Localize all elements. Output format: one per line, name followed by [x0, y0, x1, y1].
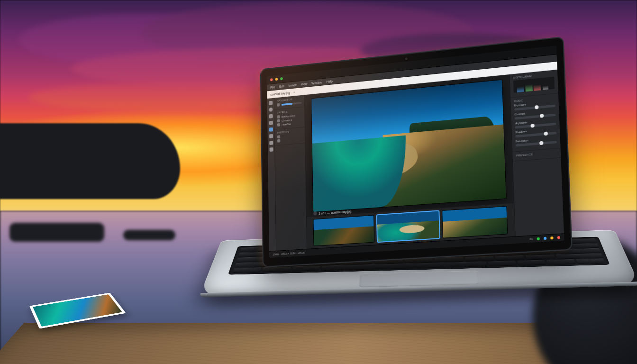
status-left-label: 100% · 4032 × 3024 · sRGB — [273, 251, 305, 256]
document-tab-label[interactable]: coastal-bay.jpg — [271, 91, 290, 96]
canvas-area: 1 of 3 — coastal-bay.jpg — [305, 74, 515, 249]
close-window-icon[interactable] — [270, 78, 273, 81]
slider-label: Exposure — [514, 103, 527, 107]
slider-row: Highlights — [515, 118, 556, 129]
slider-label: Contrast — [514, 112, 525, 116]
laptop: ◐ ZEPHBOOK File Edit Imag — [217, 43, 618, 356]
status-zoom-label[interactable]: Fit — [530, 237, 533, 241]
main-photo-canvas[interactable] — [311, 80, 506, 212]
eyedropper-tool-icon[interactable] — [269, 127, 273, 132]
basic-adjustments-section: Basic Exposure Contrast Highlights — [510, 93, 560, 152]
tray-dot-icon[interactable] — [557, 236, 560, 239]
slider-row: Saturation — [515, 136, 557, 146]
close-tab-icon[interactable]: × — [293, 90, 295, 94]
slider-label: Saturation — [515, 139, 528, 143]
layer-thumb-icon — [277, 115, 280, 118]
zoom-tool-icon[interactable] — [269, 147, 273, 152]
text-tool-icon[interactable] — [269, 134, 273, 138]
histogram-icon — [513, 77, 555, 93]
layer-name: Background — [282, 114, 295, 118]
crop-tool-icon[interactable] — [269, 114, 273, 118]
photo-editor-app: File Edit Image View Window Help coastal… — [267, 46, 564, 258]
menu-item[interactable]: View — [301, 82, 308, 86]
slider-row: Contrast — [514, 109, 555, 120]
history-step-icon[interactable] — [277, 135, 280, 138]
minimize-window-icon[interactable] — [275, 78, 278, 81]
layer-thumb-icon — [277, 119, 280, 122]
laptop-lid: File Edit Image View Window Help coastal… — [260, 36, 573, 268]
filmstrip-thumb[interactable] — [443, 207, 508, 238]
slider-row: Shadows — [515, 127, 556, 137]
shore-rock — [9, 223, 104, 242]
slider-label: Shadows — [515, 130, 527, 134]
move-tool-icon[interactable] — [269, 101, 273, 105]
history-step-icon[interactable] — [277, 139, 280, 143]
filmstrip-thumb-selected[interactable] — [377, 211, 439, 242]
slider-label: Highlights — [515, 121, 528, 125]
zoom-slider[interactable] — [282, 102, 302, 106]
shore-rock — [123, 230, 175, 240]
left-panel: Navigator Layers Background Curves 1 Hue… — [274, 95, 307, 251]
brush-tool-icon[interactable] — [269, 121, 273, 125]
history-section: History — [275, 127, 305, 146]
tray-dot-icon[interactable] — [544, 237, 546, 240]
headland-silhouette — [0, 123, 180, 199]
trackpad[interactable] — [359, 271, 480, 287]
menu-item[interactable]: Image — [289, 83, 297, 87]
maximize-window-icon[interactable] — [280, 77, 282, 80]
tray-dot-icon[interactable] — [550, 237, 553, 240]
layer-name: Hue/Sat — [282, 122, 291, 126]
layer-thumb-icon — [277, 123, 280, 127]
webcam — [405, 57, 408, 60]
marquee-tool-icon[interactable] — [269, 108, 273, 112]
screen-bezel: File Edit Image View Window Help coastal… — [260, 36, 573, 268]
right-panel: Histogram Basic Exposure Contrast — [509, 70, 564, 237]
canvas-viewport[interactable]: 1 of 3 — coastal-bay.jpg — [305, 74, 514, 217]
layer-name: Curves 1 — [282, 118, 291, 122]
menu-item[interactable]: File — [270, 85, 275, 89]
menu-item[interactable]: Window — [311, 81, 322, 85]
hand-tool-icon[interactable] — [269, 141, 273, 145]
editor-body: Navigator Layers Background Curves 1 Hue… — [267, 70, 564, 251]
panel-title: Presence — [516, 151, 557, 157]
navigator-thumb-icon[interactable] — [277, 103, 280, 107]
layers-section: Layers Background Curves 1 Hue/Sat — [274, 107, 305, 130]
caption-bullet-icon — [313, 211, 317, 215]
menu-item[interactable]: Edit — [279, 84, 284, 88]
filmstrip-thumb[interactable] — [313, 216, 374, 246]
menu-item[interactable]: Help — [327, 79, 333, 83]
tray-dot-icon[interactable] — [537, 237, 540, 241]
